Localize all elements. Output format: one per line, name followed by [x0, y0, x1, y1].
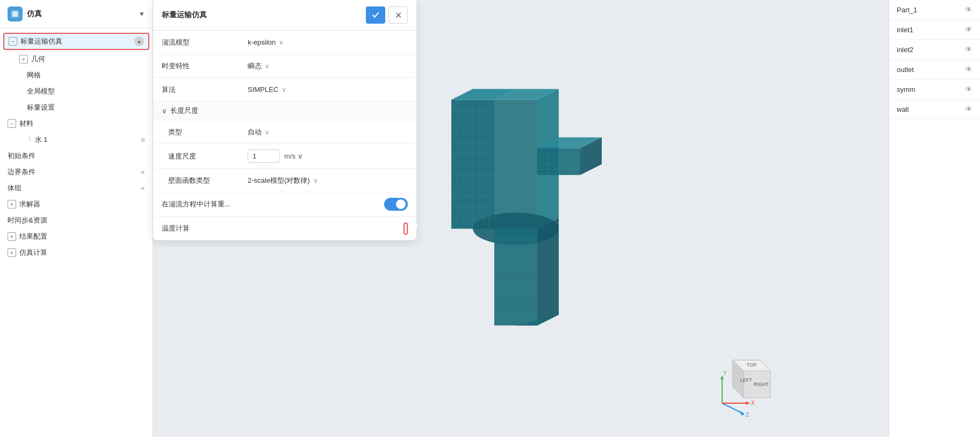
eye-icon-symm[interactable]: 👁: [965, 85, 972, 94]
eye-icon-outlet[interactable]: 👁: [965, 65, 972, 74]
sidebar-item-boundary[interactable]: 边界条件 +: [0, 164, 153, 180]
expand-icon-sim-calc: +: [8, 248, 16, 257]
select-type[interactable]: 自动 ∨: [248, 127, 408, 137]
svg-rect-1: [12, 11, 18, 17]
right-panel-item-symm[interactable]: symm 👁: [889, 80, 980, 99]
sidebar-label-water1: 水 1: [35, 135, 141, 145]
value-algorithm[interactable]: SIMPLEC ∨: [248, 85, 408, 94]
sidebar-item-sim-calc[interactable]: + 仿真计算: [0, 245, 153, 261]
app-icon: [8, 6, 23, 22]
sidebar-header[interactable]: 仿真 ▼: [0, 0, 153, 28]
sidebar-title: 仿真: [27, 9, 134, 19]
sidebar-item-init-conditions[interactable]: 初始条件: [0, 148, 153, 164]
water-indent-line: └: [27, 136, 32, 144]
chevron-algorithm: ∨: [282, 86, 286, 94]
dialog-header: 标量运输仿真 ✕: [153, 0, 416, 31]
sidebar-item-solver[interactable]: + 求解器: [0, 196, 153, 212]
sidebar-item-geometry[interactable]: + 几何: [0, 51, 153, 67]
eye-icon-wall[interactable]: 👁: [965, 105, 972, 113]
right-panel-item-inlet1[interactable]: inlet1 👁: [889, 20, 980, 40]
svg-marker-9: [537, 218, 559, 325]
value-type[interactable]: 自动 ∨: [248, 127, 408, 137]
svg-text:LEFT: LEFT: [740, 377, 753, 383]
svg-line-62: [722, 403, 744, 414]
chevron-wall-func: ∨: [313, 177, 318, 184]
right-panel-item-inlet2[interactable]: inlet2 👁: [889, 40, 980, 60]
right-panel-item-wall[interactable]: wall 👁: [889, 99, 980, 119]
eye-icon-inlet1[interactable]: 👁: [965, 25, 972, 34]
sidebar-label-init-conditions: 初始条件: [8, 151, 145, 161]
algorithm-value: SIMPLEC: [248, 85, 278, 94]
sidebar-label-sim-calc: 仿真计算: [19, 248, 145, 257]
value-turbulence[interactable]: k-epsilon ∨: [248, 38, 408, 46]
chevron-type: ∨: [265, 128, 270, 136]
right-panel: Part_1 👁 inlet1 👁 inlet2 👁 outlet 👁 symm…: [889, 0, 980, 437]
label-type: 类型: [168, 127, 248, 137]
sidebar-item-scalar-sim[interactable]: − 标量运输仿真 ●: [3, 33, 149, 50]
dialog-panel: 标量运输仿真 ✕ 湍流模型 k-epsilon ∨: [153, 0, 416, 240]
select-wall-func[interactable]: 2-scale模型(对数律) ∨: [248, 176, 408, 185]
dialog-close-button[interactable]: ✕: [388, 6, 408, 24]
dialog-body: 湍流模型 k-epsilon ∨ 时变特性 瞬态 ∨: [153, 31, 416, 240]
sidebar-item-body-groups[interactable]: 体组 +: [0, 180, 153, 196]
type-value: 自动: [248, 127, 262, 137]
form-row-temperature: 温度计算: [153, 217, 416, 240]
chevron-time-property: ∨: [265, 62, 270, 70]
sidebar-label-scalar-settings: 标量设置: [27, 103, 145, 112]
turbulence-value: k-epsilon: [248, 38, 276, 46]
svg-text:X: X: [751, 400, 755, 406]
boundary-add-icon[interactable]: +: [141, 168, 145, 176]
form-row-wall-func: 壁面函数类型 2-scale模型(对数律) ∨: [153, 169, 416, 192]
sidebar-label-result-config: 结果配置: [19, 232, 145, 241]
sidebar-content: − 标量运输仿真 ● + 几何 网格 全局模型 标量设置 − 材料 └ 水: [0, 28, 153, 437]
label-turbulence: 湍流模型: [162, 38, 248, 47]
sidebar-dropdown-icon[interactable]: ▼: [139, 10, 145, 18]
value-time-property[interactable]: 瞬态 ∨: [248, 61, 408, 71]
sidebar-label-geometry: 几何: [31, 54, 145, 64]
sidebar-label-body-groups: 体组: [8, 183, 141, 193]
eye-icon-part1[interactable]: 👁: [965, 5, 972, 14]
form-row-turbulence-recompute: 在湍流方程中计算重...: [153, 192, 416, 217]
label-time-property: 时变特性: [162, 61, 248, 71]
dialog-confirm-button[interactable]: [366, 6, 385, 24]
select-time-property[interactable]: 瞬态 ∨: [248, 61, 408, 71]
chevron-length-scale: ∨: [162, 107, 167, 115]
axis-indicator: LEFT TOP RIGHT Y Z X: [706, 344, 781, 421]
unit-select[interactable]: m/s ∨: [284, 152, 303, 160]
dialog-title: 标量运输仿真: [162, 10, 366, 20]
value-wall-func[interactable]: 2-scale模型(对数律) ∨: [248, 176, 408, 185]
expand-icon-solver: +: [8, 200, 16, 209]
sidebar-label-solver: 求解器: [19, 199, 145, 209]
sidebar-label-global-model: 全局模型: [27, 87, 145, 96]
section-label-length-scale: 长度尺度: [170, 106, 198, 116]
toggle-turbulence-recompute[interactable]: [384, 198, 408, 211]
right-panel-label-part1: Part_1: [897, 6, 965, 14]
section-length-scale[interactable]: ∨ 长度尺度: [153, 102, 416, 120]
sidebar-label-mesh: 网格: [27, 70, 145, 80]
expand-icon-material: −: [8, 119, 16, 128]
right-panel-item-outlet[interactable]: outlet 👁: [889, 60, 980, 80]
expand-icon-scalar-sim: −: [9, 37, 17, 46]
sidebar-item-global-model[interactable]: 全局模型: [0, 83, 153, 99]
sidebar-item-result-config[interactable]: + 结果配置: [0, 228, 153, 245]
toggle-highlight-border: [403, 223, 408, 235]
svg-text:TOP: TOP: [747, 362, 756, 368]
right-panel-label-outlet: outlet: [897, 66, 965, 74]
form-row-turbulence: 湍流模型 k-epsilon ∨: [153, 31, 416, 54]
chevron-turbulence: ∨: [279, 39, 284, 46]
sidebar-item-time-resources[interactable]: 时间步&资源: [0, 212, 153, 228]
sidebar-item-water1[interactable]: └ 水 1 ≡: [0, 132, 153, 148]
select-algorithm[interactable]: SIMPLEC ∨: [248, 85, 408, 94]
toggle-wrap-turbulence: [248, 198, 408, 211]
chevron-unit: ∨: [298, 152, 303, 160]
right-panel-label-wall: wall: [897, 105, 965, 113]
sidebar-item-mesh[interactable]: 网格: [0, 67, 153, 83]
right-panel-item-part1[interactable]: Part_1 👁: [889, 0, 980, 20]
select-turbulence[interactable]: k-epsilon ∨: [248, 38, 408, 46]
sidebar-item-material[interactable]: − 材料: [0, 116, 153, 132]
sidebar: 仿真 ▼ − 标量运输仿真 ● + 几何 网格 全局模型 标量设置 − 材料: [0, 0, 153, 437]
eye-icon-inlet2[interactable]: 👁: [965, 45, 972, 54]
sidebar-item-scalar-settings[interactable]: 标量设置: [0, 99, 153, 116]
velocity-input[interactable]: [248, 149, 280, 163]
body-groups-add-icon[interactable]: +: [141, 184, 145, 192]
